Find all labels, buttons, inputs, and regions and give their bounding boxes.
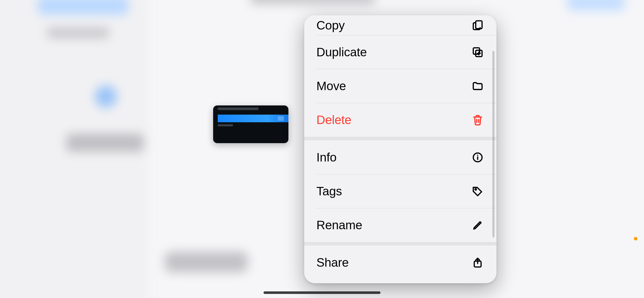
tag-icon <box>471 185 484 198</box>
file-preview-thumbnail <box>213 105 288 143</box>
menu-item-label: Rename <box>316 218 362 232</box>
menu-item-label: Copy <box>316 18 345 32</box>
menu-item-info[interactable]: Info <box>304 140 496 174</box>
menu-item-share[interactable]: Share <box>304 246 496 279</box>
menu-item-copy[interactable]: Copy <box>304 15 496 35</box>
menu-item-move[interactable]: Move <box>304 69 496 103</box>
menu-item-label: Share <box>316 255 349 269</box>
home-indicator <box>264 291 380 294</box>
menu-item-label: Tags <box>316 184 342 198</box>
menu-item-label: Info <box>316 150 336 164</box>
menu-item-tags[interactable]: Tags <box>304 174 496 208</box>
scroll-indicator <box>492 51 494 237</box>
menu-item-label: Duplicate <box>316 45 367 59</box>
trash-icon <box>471 113 484 127</box>
menu-separator <box>304 137 496 140</box>
menu-item-label: Move <box>316 79 346 93</box>
folder-icon <box>471 79 484 93</box>
duplicate-icon <box>471 46 484 59</box>
context-menu: CopyDuplicateMoveDeleteInfoTagsRenameSha… <box>304 15 496 283</box>
menu-item-delete[interactable]: Delete <box>304 103 496 137</box>
recording-indicator-dot <box>634 237 637 240</box>
info-icon <box>471 151 484 164</box>
menu-item-rename[interactable]: Rename <box>304 208 496 242</box>
menu-separator <box>304 242 496 246</box>
share-icon <box>471 256 484 269</box>
pencil-icon <box>471 219 484 232</box>
menu-item-label: Delete <box>316 113 352 127</box>
menu-item-duplicate[interactable]: Duplicate <box>304 35 496 69</box>
copy-icon <box>471 19 484 32</box>
